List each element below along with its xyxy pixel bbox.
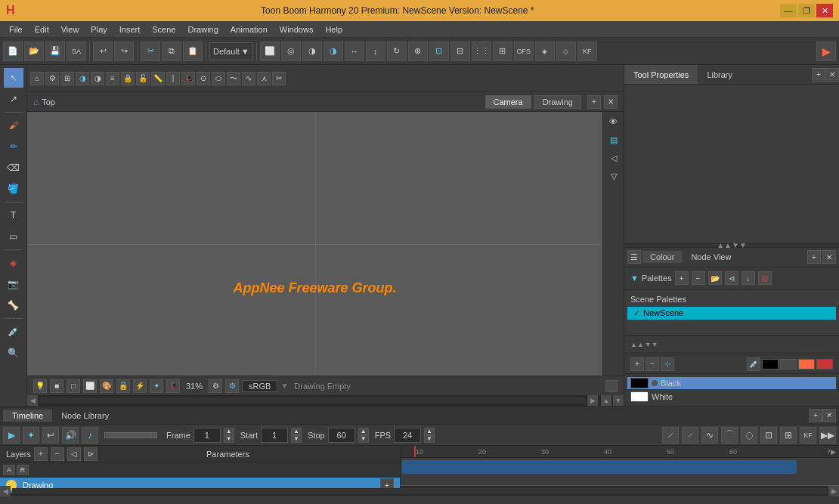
palette-down-button[interactable]: ↓ — [741, 271, 755, 285]
timeline-drawing-row[interactable] — [402, 460, 797, 474]
copy-button[interactable]: ⧉ — [162, 42, 181, 61]
dropper-tool-button[interactable]: 💉 — [4, 322, 23, 342]
remove-layer-button[interactable]: − — [51, 447, 64, 461]
colour-row-black[interactable]: Black — [627, 377, 836, 389]
timeline-close-button[interactable]: ✕ — [822, 409, 836, 422]
canvas-color-button[interactable]: 🎨 — [100, 379, 113, 393]
flip-v-button[interactable]: ↕ — [366, 42, 385, 61]
pencil-tool-button[interactable]: ✏ — [4, 137, 23, 156]
accent-colour-swatch[interactable] — [798, 359, 815, 369]
stop-down-button[interactable]: ▼ — [358, 435, 369, 443]
rect-tool-button[interactable]: ▭ — [4, 227, 23, 246]
scroll-left-button[interactable]: ◀ — [27, 395, 38, 406]
anim-tool1[interactable]: ⟋ — [662, 427, 679, 444]
ik-button[interactable]: ⋮⋮ — [472, 42, 491, 61]
tab-library[interactable]: Library — [698, 65, 741, 84]
minimize-button[interactable]: — — [780, 4, 797, 17]
menu-drawing[interactable]: Drawing — [181, 23, 224, 36]
dropper-button[interactable]: 💉 — [747, 357, 760, 371]
canvas-light-button[interactable]: 💡 — [33, 379, 47, 393]
onion-skin2-button[interactable]: ◑ — [324, 42, 343, 61]
canvas-star-button[interactable]: ✦ — [150, 379, 163, 393]
render-mode-button[interactable]: R — [17, 465, 29, 475]
transform-tool-button[interactable]: ◈ — [4, 253, 23, 273]
extra3-button[interactable]: KF — [577, 42, 597, 61]
layer-tool-button[interactable]: ▤ — [605, 131, 622, 148]
flip-h-button[interactable]: ↔ — [345, 42, 364, 61]
fps-up-button[interactable]: ▲ — [424, 428, 435, 435]
anim-tool7[interactable]: ⊞ — [780, 427, 797, 444]
open-palette-button[interactable]: 📂 — [708, 271, 722, 285]
save-as-button[interactable]: SA — [67, 42, 86, 61]
audio-button[interactable]: 🔊 — [62, 427, 79, 444]
canvas-wire-button[interactable]: □ — [67, 379, 80, 393]
canvas-home-button[interactable]: ⌂ — [30, 72, 44, 85]
restore-button[interactable]: ❐ — [798, 4, 815, 17]
tab-timeline[interactable]: Timeline — [3, 410, 52, 422]
canvas-solid-button[interactable]: ■ — [50, 379, 63, 393]
colour-panel-add-button[interactable]: + — [807, 250, 821, 264]
render-button[interactable]: ◎ — [281, 42, 301, 61]
save-button[interactable]: 💾 — [45, 42, 65, 61]
frame-up-button[interactable]: ▲ — [224, 428, 234, 435]
zoom-in-button[interactable]: ⊕ — [408, 42, 428, 61]
canvas-lock-button[interactable]: 🔒 — [121, 72, 135, 85]
anim-mode-button[interactable]: A — [3, 465, 15, 475]
canvas-grid-button[interactable]: ⊞ — [60, 72, 74, 85]
tab-node-view[interactable]: Node View — [683, 251, 738, 263]
tab-camera[interactable]: Camera — [485, 95, 531, 109]
tab-colour[interactable]: Colour — [642, 251, 682, 263]
magnify-tool-button[interactable]: 🔍 — [4, 343, 23, 363]
palette-more-button[interactable]: ⊲ — [725, 271, 738, 285]
menu-edit[interactable]: Edit — [29, 23, 55, 36]
eraser-tool-button[interactable]: ⌫ — [4, 158, 23, 178]
start-up-button[interactable]: ▲ — [291, 428, 302, 435]
tab-node-library[interactable]: Node Library — [52, 410, 118, 422]
extra2-button[interactable]: ◇ — [556, 42, 576, 61]
menu-view[interactable]: View — [55, 23, 85, 36]
fps-down-button[interactable]: ▼ — [424, 435, 435, 443]
timeline-add-button[interactable]: + — [809, 409, 822, 422]
canvas-hat-button[interactable]: 🎩 — [181, 72, 195, 85]
redo-button[interactable]: ↪ — [114, 42, 134, 61]
loop-button[interactable]: ✦ — [23, 427, 39, 444]
menu-animation[interactable]: Animation — [224, 23, 274, 36]
anim-tool5[interactable]: ◌ — [741, 427, 757, 444]
hscroll-track[interactable] — [39, 397, 586, 404]
red-colour-swatch[interactable] — [816, 359, 833, 369]
start-down-button[interactable]: ▼ — [291, 435, 302, 443]
view-dropdown[interactable]: Default ▼ — [209, 42, 253, 60]
morphing-button[interactable]: ⊞ — [493, 42, 512, 61]
anim-tool4[interactable]: ⌒ — [721, 427, 738, 444]
menu-help[interactable]: Help — [319, 23, 348, 36]
onion-skin-button[interactable]: ◑ — [302, 42, 322, 61]
camera-tool-button[interactable]: 📷 — [4, 274, 23, 294]
anim-tool8[interactable]: KF — [800, 427, 816, 444]
menu-windows[interactable]: Windows — [274, 23, 320, 36]
anim-more-button[interactable]: ▶▶ — [819, 427, 836, 444]
canvas-settings-button[interactable]: ⚙ — [45, 72, 59, 85]
tab-drawing[interactable]: Drawing — [534, 95, 581, 109]
colour-mode-button[interactable]: ⊹ — [661, 357, 674, 371]
new-scene-button[interactable]: 📄 — [3, 42, 23, 61]
rotate-button[interactable]: ↻ — [387, 42, 407, 61]
open-button[interactable]: 📂 — [24, 42, 44, 61]
canvas-onion-button[interactable]: ◑ — [76, 72, 89, 85]
text-tool-button[interactable]: T — [4, 206, 23, 225]
paste-button[interactable]: 📋 — [183, 42, 203, 61]
anim-tool6[interactable]: ⊡ — [760, 427, 777, 444]
canvas-oval-button[interactable]: ⬭ — [212, 72, 225, 85]
canvas-onion2-button[interactable]: ◑ — [91, 72, 104, 85]
canvas-lock2-button[interactable]: 🔓 — [136, 72, 150, 85]
playhead[interactable] — [414, 446, 416, 457]
start-input[interactable] — [261, 428, 288, 443]
colorspace-dropdown[interactable]: sRGB — [242, 380, 277, 392]
close-button[interactable]: ✕ — [816, 4, 833, 17]
cut-button[interactable]: ✂ — [141, 42, 160, 61]
canvas-view-button[interactable]: ⬜ — [83, 379, 97, 393]
tl-scroll-right-button[interactable]: ▶ — [828, 486, 839, 496]
canvas-hscrollbar[interactable]: ◀ ▶ ▲ ▼ — [27, 395, 624, 406]
render-settings-button[interactable]: ⚙ — [225, 379, 239, 393]
menu-file[interactable]: File — [3, 23, 29, 36]
deform-button[interactable]: ⊟ — [450, 42, 470, 61]
